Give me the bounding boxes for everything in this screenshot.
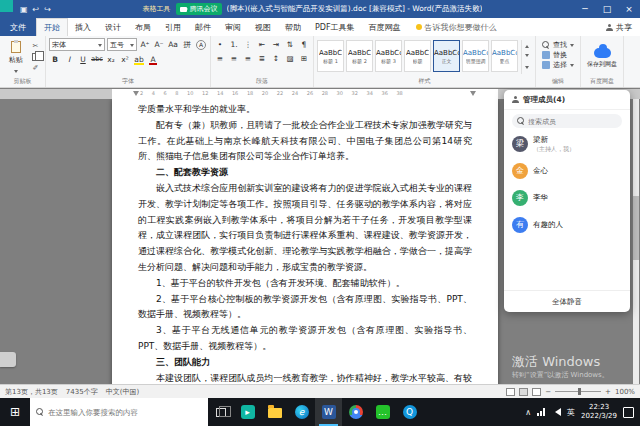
strikethrough-button[interactable]: abc bbox=[91, 53, 103, 65]
tell-me-box[interactable]: 告诉我你想要做什么 bbox=[416, 18, 497, 36]
sort-button[interactable]: ⇅ bbox=[284, 38, 296, 50]
member-row[interactable]: 金 金心 bbox=[504, 157, 630, 184]
member-row[interactable]: 有 有趣的人 bbox=[504, 211, 630, 238]
share-button[interactable]: 共享 bbox=[606, 18, 632, 36]
tray-expand-icon[interactable]: ∧ bbox=[525, 408, 531, 417]
member-search-box[interactable] bbox=[512, 114, 622, 128]
replace-button[interactable]: 替换 bbox=[542, 50, 574, 60]
numbering-button[interactable]: 1. bbox=[228, 38, 240, 50]
style-item[interactable]: AaBbC 标题 2 bbox=[346, 40, 373, 72]
taskbar-file-explorer[interactable] bbox=[261, 398, 288, 426]
input-language-indicator[interactable]: 英 bbox=[567, 407, 575, 418]
decrease-indent-button[interactable]: ⇤ bbox=[256, 38, 268, 50]
style-item[interactable]: AaBbC 标题 1 bbox=[317, 40, 344, 72]
taskbar-search-input[interactable] bbox=[48, 408, 188, 417]
zoom-out-button[interactable]: − bbox=[545, 388, 551, 396]
superscript-button[interactable]: x² bbox=[119, 53, 131, 65]
language-indicator[interactable]: 中文(中国) bbox=[106, 387, 139, 397]
mute-all-button[interactable]: 全体静音 bbox=[504, 290, 630, 312]
line-spacing-button[interactable]: ↕ bbox=[270, 52, 282, 64]
text-highlight-button[interactable]: ab bbox=[133, 53, 145, 65]
tab-mailings[interactable]: 邮件 bbox=[188, 18, 218, 36]
subscript-button[interactable]: x₂ bbox=[105, 53, 117, 65]
tab-insert[interactable]: 插入 bbox=[68, 18, 98, 36]
redo-icon[interactable]: ↪ bbox=[44, 5, 51, 14]
close-button[interactable]: × bbox=[618, 0, 640, 18]
select-button[interactable]: 选择 bbox=[542, 60, 574, 70]
taskbar-edge[interactable]: e bbox=[288, 398, 315, 426]
taskbar-chrome[interactable] bbox=[342, 398, 369, 426]
indent-marker-left[interactable] bbox=[133, 91, 139, 99]
read-mode-icon[interactable] bbox=[506, 388, 515, 396]
style-item[interactable]: AaBbCcD 明显强调 bbox=[462, 40, 489, 72]
justify-button[interactable]: ≣ bbox=[256, 52, 268, 64]
tab-baidu-netdisk[interactable]: 百度网盘 bbox=[362, 18, 408, 36]
font-family-select[interactable]: 宋体 bbox=[49, 38, 105, 51]
network-icon[interactable] bbox=[537, 408, 545, 416]
web-layout-icon[interactable] bbox=[532, 388, 541, 396]
clock[interactable]: 22:23 2022/3/29 bbox=[581, 403, 617, 421]
tab-design[interactable]: 设计 bbox=[98, 18, 128, 36]
indent-marker-right[interactable] bbox=[470, 91, 476, 99]
tab-file[interactable]: 文件 bbox=[0, 18, 36, 36]
pinyin-guide-button[interactable]: 拼 bbox=[181, 39, 193, 51]
minimize-button[interactable]: ─ bbox=[574, 0, 596, 18]
member-row[interactable]: 李 李华 bbox=[504, 184, 630, 211]
font-size-select[interactable]: 五号 bbox=[107, 38, 137, 51]
tab-layout[interactable]: 布局 bbox=[128, 18, 158, 36]
undo-icon[interactable]: ↩ bbox=[33, 5, 40, 14]
bullets-button[interactable]: • bbox=[214, 38, 226, 50]
action-center-icon[interactable] bbox=[623, 407, 634, 418]
scroll-down-icon[interactable] bbox=[525, 54, 529, 59]
scroll-up-icon[interactable] bbox=[525, 43, 529, 48]
floating-widget[interactable] bbox=[0, 352, 16, 367]
start-button[interactable]: ⊞ bbox=[0, 398, 30, 426]
vertical-scrollbar[interactable] bbox=[633, 99, 639, 384]
format-painter-button[interactable]: ✐ bbox=[29, 62, 42, 73]
print-layout-icon[interactable] bbox=[519, 388, 528, 396]
task-view-button[interactable] bbox=[208, 398, 234, 426]
tab-view[interactable]: 视图 bbox=[248, 18, 278, 36]
shrink-font-button[interactable]: A⁻ bbox=[153, 39, 165, 51]
borders-button[interactable]: ⊞ bbox=[298, 52, 310, 64]
grow-font-button[interactable]: A⁺ bbox=[139, 39, 151, 51]
copy-button[interactable] bbox=[29, 51, 42, 62]
multilevel-list-button[interactable]: ⋮ bbox=[242, 38, 254, 50]
tab-home[interactable]: 开始 bbox=[36, 18, 68, 36]
zoom-slider[interactable] bbox=[555, 391, 601, 392]
zoom-percent[interactable]: 100% bbox=[615, 388, 635, 396]
gallery-more-icon[interactable] bbox=[525, 66, 529, 71]
save-to-netdisk-button[interactable]: 保存到网盘 bbox=[584, 38, 620, 77]
tab-references[interactable]: 引用 bbox=[158, 18, 188, 36]
tab-review[interactable]: 审阅 bbox=[218, 18, 248, 36]
italic-button[interactable]: I bbox=[63, 53, 75, 65]
align-left-button[interactable]: ≡ bbox=[214, 52, 226, 64]
underline-button[interactable]: U bbox=[77, 53, 89, 65]
save-icon[interactable]: ▣ bbox=[20, 5, 28, 14]
zoom-slider-thumb[interactable] bbox=[578, 388, 581, 395]
style-item[interactable]: AaBbCcDd 要点 bbox=[491, 40, 518, 72]
paste-button[interactable]: 粘贴 bbox=[3, 38, 29, 77]
style-item-selected[interactable]: AaBbCcD 正文 bbox=[433, 40, 460, 72]
taskbar-qq[interactable]: Q bbox=[396, 398, 423, 426]
page-info[interactable]: 第13页，共13页 bbox=[5, 387, 58, 397]
cut-button[interactable]: ✂ bbox=[29, 40, 42, 51]
align-center-button[interactable]: ≡ bbox=[228, 52, 240, 64]
scrollbar-thumb[interactable] bbox=[633, 196, 639, 260]
style-item[interactable]: AaBbC 标题 bbox=[404, 40, 431, 72]
pilcrow-button[interactable]: ¶ bbox=[298, 38, 310, 50]
meeting-overlay-badge[interactable]: 腾讯会议 bbox=[176, 3, 222, 15]
taskbar-meeting[interactable]: ▸ bbox=[234, 398, 261, 426]
taskbar-word-active[interactable]: W bbox=[315, 398, 342, 426]
member-search-input[interactable] bbox=[528, 118, 616, 125]
document-page[interactable]: 学质量水平和学生的就业率。 配有专（兼）职教师，且聘请了一批校企合作企业工程技术… bbox=[112, 99, 498, 384]
taskbar-wechat[interactable]: … bbox=[369, 398, 396, 426]
align-right-button[interactable]: ≡ bbox=[242, 52, 254, 64]
volume-icon[interactable] bbox=[551, 408, 561, 416]
member-row[interactable]: 梁 梁新 （主持人，我） bbox=[504, 130, 630, 157]
tab-help[interactable]: 帮助 bbox=[278, 18, 308, 36]
enclose-characters-button[interactable]: A bbox=[196, 40, 206, 50]
shading-button[interactable]: ▨ bbox=[284, 52, 296, 64]
style-item[interactable]: AaBbCcDd 标题 3 bbox=[375, 40, 402, 72]
zoom-in-button[interactable]: + bbox=[605, 388, 611, 396]
